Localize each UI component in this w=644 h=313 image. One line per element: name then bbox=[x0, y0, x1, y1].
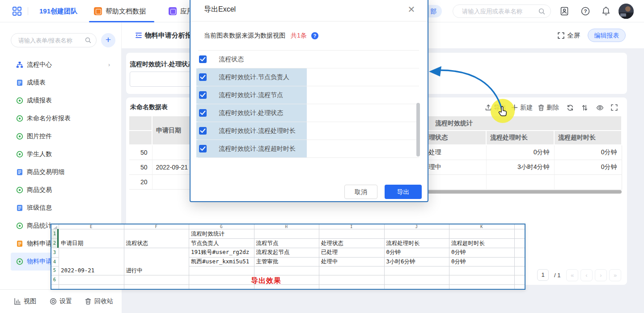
tab-help-doc-data[interactable]: 帮助文档数据 bbox=[94, 0, 146, 22]
table-cell: 3小时4分钟 bbox=[486, 160, 554, 174]
excel-selection-accent bbox=[57, 229, 59, 248]
active-tab-underline bbox=[89, 21, 154, 22]
sidebar-item[interactable]: 学生人数 bbox=[0, 145, 122, 163]
form-blue-icon bbox=[16, 169, 23, 176]
excel-cell: 主管审批 bbox=[256, 257, 279, 266]
table-cell bbox=[419, 174, 486, 189]
export-field-row[interactable]: 流程时效统计.流程处理时长 bbox=[198, 122, 419, 140]
sidebar-item-label: 流程中心 bbox=[27, 61, 52, 69]
modal-header: 导出Excel ✕ bbox=[191, 0, 428, 21]
sidebar-item[interactable]: 班级信息 bbox=[0, 199, 122, 217]
excel-cell: 3小时6分钟 bbox=[386, 257, 415, 266]
fullscreen-button[interactable]: 全屏 bbox=[558, 22, 580, 48]
excel-gridline bbox=[51, 275, 525, 275]
toolbar-refresh-button[interactable] bbox=[567, 104, 574, 111]
checkbox-checked[interactable] bbox=[199, 145, 207, 152]
sidebar-footer-views[interactable]: 视图 bbox=[14, 297, 36, 305]
edit-report-button[interactable]: 编辑报表 bbox=[588, 29, 626, 42]
checkbox-checked[interactable] bbox=[199, 109, 207, 117]
sidebar-search-input[interactable] bbox=[18, 34, 86, 47]
arrow-annotation bbox=[420, 58, 523, 134]
sidebar-item[interactable]: 流程中心› bbox=[0, 56, 122, 74]
toolbar-sort-button[interactable] bbox=[581, 104, 589, 111]
team-name[interactable]: 191创建团队 bbox=[39, 0, 77, 22]
chevron-right-icon: › bbox=[108, 62, 110, 68]
bell-icon[interactable] bbox=[601, 6, 611, 16]
export-field-row[interactable]: 流程时效统计.流程超时时长 bbox=[198, 140, 419, 158]
checkbox-checked[interactable] bbox=[199, 55, 207, 63]
dashboard-green-icon bbox=[16, 222, 23, 229]
sidebar-item-label: 学生人数 bbox=[27, 150, 52, 158]
excel-cell: 0分钟 bbox=[451, 257, 466, 266]
fullscreen-icon bbox=[611, 104, 618, 111]
modal-info-text: 当前图表数据来源为数据视图 bbox=[204, 32, 285, 40]
next-page-button[interactable]: › bbox=[595, 269, 607, 281]
sidebar-footer: 视图设置回收站 bbox=[0, 290, 122, 313]
fullscreen-icon bbox=[558, 32, 564, 39]
cancel-button[interactable]: 取消 bbox=[344, 185, 377, 199]
export-field-row[interactable]: 流程时效统计.处理状态 bbox=[198, 104, 419, 122]
app-purple-icon bbox=[169, 7, 177, 15]
excel-cell: 流程超时时长 bbox=[451, 238, 485, 248]
export-field-list: 流程状态流程时效统计.节点负责人流程时效统计.流程节点流程时效统计.处理状态流程… bbox=[198, 50, 419, 158]
sidebar-item-label: 成绩表 bbox=[27, 79, 46, 87]
help-icon[interactable]: ? bbox=[580, 6, 590, 16]
form-orange-icon bbox=[16, 240, 23, 247]
excel-row-number: 2 bbox=[51, 238, 58, 248]
help-filled-icon[interactable]: ? bbox=[311, 32, 318, 39]
toolbar-visibility-button[interactable] bbox=[596, 104, 603, 111]
collapse-sidebar-icon[interactable] bbox=[134, 31, 143, 40]
sidebar-item[interactable]: 成绩报表 bbox=[0, 92, 122, 110]
global-search-input[interactable] bbox=[462, 5, 537, 17]
divider bbox=[28, 7, 28, 15]
toolbar-fullscreen-button[interactable] bbox=[611, 104, 618, 111]
field-label: 流程时效统计.流程处理时长 bbox=[219, 127, 296, 135]
sidebar-footer-settings[interactable]: 设置 bbox=[50, 297, 72, 305]
export-field-row[interactable]: 流程时效统计.节点负责人 bbox=[198, 68, 419, 86]
sidebar-item-label: 图片控件 bbox=[27, 132, 52, 140]
last-page-button[interactable]: » bbox=[609, 269, 621, 281]
refresh-icon bbox=[567, 104, 574, 111]
export-field-row[interactable]: 流程状态 bbox=[198, 51, 419, 68]
toolbar-delete-button[interactable]: 删除 bbox=[538, 104, 559, 112]
table-cell bbox=[152, 145, 192, 160]
user-avatar[interactable] bbox=[619, 4, 634, 19]
sidebar-item[interactable]: 成绩表 bbox=[0, 74, 122, 92]
excel-cell: 节点负责人 bbox=[191, 238, 219, 248]
excel-gridline bbox=[124, 224, 124, 289]
sidebar-item[interactable]: 商品交易 bbox=[0, 181, 122, 199]
contacts-icon[interactable] bbox=[559, 6, 569, 16]
checkbox-checked[interactable] bbox=[199, 127, 207, 135]
apps-grid-icon[interactable] bbox=[13, 7, 21, 16]
footer-item-label: 回收站 bbox=[94, 297, 113, 305]
prev-page-button[interactable]: ‹ bbox=[580, 269, 593, 281]
column-header[interactable]: 申请日期 bbox=[152, 116, 192, 145]
export-field-row[interactable]: 流程时效统计.流程节点 bbox=[198, 86, 419, 104]
export-confirm-button[interactable]: 导出 bbox=[385, 185, 422, 199]
sidebar-item[interactable]: 未命名分析报表 bbox=[0, 110, 122, 127]
excel-column-letter: K bbox=[449, 224, 514, 229]
field-label: 流程时效统计.节点负责人 bbox=[219, 73, 289, 81]
add-form-button[interactable]: + bbox=[101, 33, 115, 47]
checkbox-checked[interactable] bbox=[199, 73, 207, 81]
tab-label: 帮助文档数据 bbox=[106, 7, 146, 16]
page-number-input[interactable]: 1 bbox=[537, 269, 549, 281]
checkbox-checked[interactable] bbox=[199, 91, 207, 99]
modal-scrollbar[interactable] bbox=[416, 103, 420, 156]
search-icon bbox=[85, 37, 91, 43]
sidebar-item-label: 班级信息 bbox=[27, 204, 52, 212]
sidebar-footer-recycle-bin[interactable]: 回收站 bbox=[85, 297, 113, 305]
modal-info-row: 当前图表数据来源为数据视图 共1条 ? bbox=[204, 31, 415, 40]
excel-cell: 0分钟 bbox=[451, 248, 466, 257]
column-header[interactable]: 流程超时时长 bbox=[554, 131, 622, 145]
sidebar-item[interactable]: 图片控件 bbox=[0, 127, 122, 145]
sidebar-item-label: 未命名分析报表 bbox=[27, 114, 71, 123]
first-page-button[interactable]: « bbox=[566, 269, 578, 281]
sidebar-item[interactable]: 商品交易明细 bbox=[0, 163, 122, 181]
excel-cell: 流程发起节点 bbox=[256, 248, 290, 257]
close-icon[interactable]: ✕ bbox=[406, 4, 417, 15]
excel-column-letter: F bbox=[124, 224, 189, 229]
dashboard-green-icon bbox=[16, 133, 23, 140]
toolbar-label: 删除 bbox=[547, 104, 559, 112]
data-table-title: 未命名数据表 bbox=[130, 103, 168, 111]
